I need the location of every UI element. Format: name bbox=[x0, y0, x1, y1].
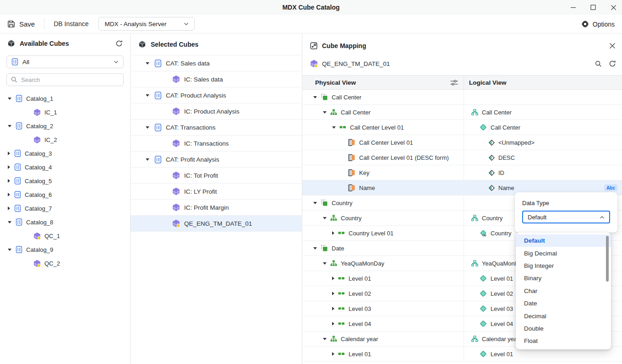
dimension-icon bbox=[321, 93, 328, 101]
tree-item-cube[interactable]: IC_2 bbox=[0, 133, 130, 147]
caret-down-icon[interactable] bbox=[332, 126, 336, 129]
caret-down-icon[interactable] bbox=[146, 126, 149, 129]
mapping-row[interactable]: Key ID bbox=[302, 165, 622, 180]
save-button[interactable]: Save bbox=[7, 20, 35, 28]
caret-right-icon[interactable] bbox=[332, 322, 334, 326]
intelligent-cube-icon bbox=[172, 171, 180, 179]
caret-down-icon[interactable] bbox=[323, 262, 327, 265]
caret-down-icon[interactable] bbox=[8, 221, 11, 223]
caret-right-icon[interactable] bbox=[8, 165, 10, 169]
caret-right-icon[interactable] bbox=[8, 193, 10, 196]
caret-down-icon[interactable] bbox=[313, 96, 317, 98]
search-input[interactable] bbox=[21, 76, 119, 83]
caret-right-icon[interactable] bbox=[332, 352, 334, 356]
server-select[interactable]: MDX - Analysis Server bbox=[98, 17, 195, 31]
catalog-filter-select[interactable]: All bbox=[6, 55, 124, 68]
caret-down-icon[interactable] bbox=[8, 98, 11, 100]
tree-item-catalog[interactable]: Catalog_2 bbox=[0, 119, 130, 133]
tree-item-cube[interactable]: IC_1 bbox=[0, 105, 130, 119]
catalog-icon bbox=[14, 177, 21, 185]
data-type-option[interactable]: Date bbox=[516, 297, 611, 310]
tree-item-catalog[interactable]: Catalog_1 bbox=[0, 92, 130, 105]
data-type-option[interactable]: Double bbox=[516, 322, 611, 335]
mapping-row[interactable]: Call Center Call Center bbox=[302, 105, 622, 120]
search-box[interactable] bbox=[6, 73, 124, 86]
column-icon bbox=[348, 169, 355, 177]
tree-item-query-cube[interactable]: QC_2 bbox=[0, 256, 130, 270]
catalog-filter-value: All bbox=[22, 59, 109, 65]
query-cube-icon bbox=[310, 60, 318, 68]
selected-tree-catalog[interactable]: CAT: Profit Analysis bbox=[131, 152, 302, 168]
tree-item-catalog[interactable]: Catalog_9 bbox=[0, 243, 130, 256]
selected-tree-cube[interactable]: IC: Product Analysis bbox=[131, 103, 302, 120]
tree-item-catalog[interactable]: Catalog_7 bbox=[0, 201, 130, 215]
data-type-select[interactable]: Default bbox=[522, 211, 610, 223]
selected-tree-cube[interactable]: IC: Tot Profit bbox=[131, 168, 302, 184]
caret-right-icon[interactable] bbox=[332, 292, 334, 295]
logical-hierarchy-icon bbox=[471, 336, 478, 342]
intelligent-cube-icon bbox=[172, 203, 180, 212]
data-type-option[interactable]: Big Integer bbox=[516, 260, 611, 272]
data-type-select-value: Default bbox=[528, 214, 546, 221]
caret-right-icon[interactable] bbox=[8, 152, 10, 155]
data-type-option-selected[interactable]: Default bbox=[516, 234, 611, 247]
selected-tree-catalog[interactable]: CAT: Product Analysis bbox=[131, 87, 302, 103]
caret-right-icon[interactable] bbox=[332, 307, 334, 310]
level-icon bbox=[338, 322, 345, 326]
tree-item-query-cube[interactable]: QC_1 bbox=[0, 229, 130, 243]
caret-right-icon[interactable] bbox=[8, 206, 10, 210]
selected-tree-query-cube-selected[interactable]: QE_ENG_TM_DATE_01 bbox=[131, 216, 302, 232]
data-type-option[interactable]: Decimal bbox=[516, 310, 611, 322]
caret-down-icon[interactable] bbox=[146, 158, 149, 161]
selected-tree-cube[interactable]: IC: Sales data bbox=[131, 71, 302, 87]
tree-item-catalog[interactable]: Catalog_4 bbox=[0, 160, 130, 174]
caret-down-icon[interactable] bbox=[323, 111, 327, 114]
data-type-badge[interactable]: Abc bbox=[604, 185, 617, 191]
selected-tree-cube[interactable]: IC: Profit Margin bbox=[131, 200, 302, 216]
mapping-row[interactable]: Call Center Level 01 Call Center bbox=[302, 120, 622, 135]
data-type-option[interactable]: Float bbox=[516, 335, 611, 347]
caret-down-icon[interactable] bbox=[146, 62, 149, 65]
close-icon[interactable] bbox=[609, 43, 616, 49]
filter-sliders-icon[interactable] bbox=[450, 79, 458, 86]
mapping-row[interactable]: Call Center Level 01 <Unmapped> bbox=[302, 135, 622, 150]
maximize-icon[interactable] bbox=[590, 4, 596, 11]
caret-down-icon[interactable] bbox=[313, 247, 317, 250]
selected-tree-catalog[interactable]: CAT: Sales data bbox=[131, 55, 302, 71]
mapping-row[interactable]: Call Center Level 01 (DESC form) DESC bbox=[302, 150, 622, 165]
caret-down-icon[interactable] bbox=[323, 338, 327, 340]
close-icon[interactable] bbox=[610, 4, 617, 11]
refresh-icon[interactable] bbox=[115, 40, 123, 47]
tree-item-catalog[interactable]: Catalog_5 bbox=[0, 174, 130, 188]
minimize-icon[interactable] bbox=[570, 4, 576, 11]
chevron-up-icon bbox=[600, 216, 605, 219]
tree-item-catalog[interactable]: Catalog_3 bbox=[0, 147, 130, 160]
caret-down-icon[interactable] bbox=[323, 217, 327, 219]
selected-tree-cube[interactable]: IC: Transactions bbox=[131, 136, 302, 152]
caret-down-icon[interactable] bbox=[313, 202, 317, 204]
titlebar: MDX Cube Catalog bbox=[0, 0, 622, 15]
refresh-icon[interactable] bbox=[609, 60, 616, 67]
level-icon bbox=[338, 292, 345, 295]
tree-item-catalog[interactable]: Catalog_6 bbox=[0, 188, 130, 201]
caret-down-icon[interactable] bbox=[146, 94, 149, 97]
mapping-row[interactable]: Call Center bbox=[302, 90, 622, 105]
search-icon[interactable] bbox=[595, 60, 602, 67]
mapping-table-header: Physical View Logical View bbox=[302, 75, 622, 90]
caret-down-icon[interactable] bbox=[8, 125, 11, 127]
scrollbar-thumb[interactable] bbox=[606, 236, 609, 282]
data-type-label: Data Type bbox=[522, 200, 610, 206]
tree-item-catalog[interactable]: Catalog_8 bbox=[0, 215, 130, 229]
data-type-option[interactable]: Big Decimal bbox=[516, 247, 611, 259]
data-type-option[interactable]: Binary bbox=[516, 272, 611, 284]
caret-right-icon[interactable] bbox=[8, 179, 10, 183]
selected-tree-cube[interactable]: IC: LY Profit bbox=[131, 184, 302, 200]
catalog-icon bbox=[11, 58, 18, 65]
selected-tree-catalog[interactable]: CAT: Transactions bbox=[131, 120, 302, 136]
hierarchy-icon bbox=[330, 260, 337, 266]
caret-right-icon[interactable] bbox=[332, 231, 334, 235]
caret-down-icon[interactable] bbox=[8, 249, 11, 251]
data-type-option[interactable]: Char bbox=[516, 285, 611, 297]
caret-right-icon[interactable] bbox=[332, 277, 334, 280]
options-button[interactable]: Options bbox=[581, 15, 615, 33]
